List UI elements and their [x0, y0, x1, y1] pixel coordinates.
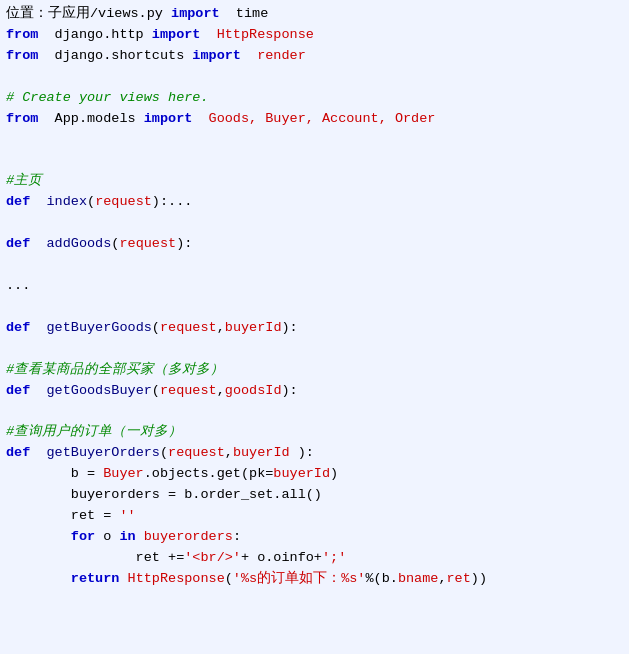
param-goodsid: goodsId	[225, 383, 282, 398]
line-b-assign: b = Buyer.objects.get(pk=buyerId)	[6, 464, 623, 485]
line-blank-1	[6, 67, 623, 88]
line-blank-2	[6, 130, 623, 151]
line-def-index: def index(request):...	[6, 192, 623, 213]
line-2: from django.shortcuts import render	[6, 46, 623, 67]
location-label: 位置：子应用/views.py	[6, 6, 163, 21]
kw-from-3: from	[6, 111, 38, 126]
line-comment-2: #主页	[6, 171, 623, 192]
keyword-import: import	[171, 6, 220, 21]
kw-for: for	[71, 529, 95, 544]
fn-index: index	[47, 194, 88, 209]
fn-getgoodsbuyer: getGoodsBuyer	[47, 383, 152, 398]
kw-import-1: import	[152, 27, 201, 42]
line-return: return HttpResponse('%s的订单如下：%s'%(b.bnam…	[6, 569, 623, 590]
str-format: '%s的订单如下：%s'	[233, 571, 366, 586]
line-buyerorders: buyerorders = b.order_set.all()	[6, 485, 623, 506]
kw-import-3: import	[144, 111, 193, 126]
comment-many-to-many: #查看某商品的全部买家（多对多）	[6, 362, 224, 377]
kw-from-1: from	[6, 27, 38, 42]
fn-addgoods: addGoods	[47, 236, 112, 251]
cls-HttpResponse: HttpResponse	[200, 27, 313, 42]
param-buyerid-1: buyerId	[225, 320, 282, 335]
line-blank-7	[6, 339, 623, 360]
line-dots: ...	[6, 276, 623, 297]
kw-in: in	[119, 529, 135, 544]
kw-def-3: def	[6, 320, 30, 335]
line-blank-8	[6, 402, 623, 423]
line-for: for o in buyerorders:	[6, 527, 623, 548]
line-3: from App.models import Goods, Buyer, Acc…	[6, 109, 623, 130]
cls-buyer: Buyer	[103, 466, 144, 481]
line-def-getgoodsbuyer: def getGoodsBuyer(request,goodsId):	[6, 381, 623, 402]
fn-getbuyergoods: getBuyerGoods	[47, 320, 152, 335]
cls-models: Goods, Buyer, Account, Order	[192, 111, 435, 126]
kw-def-4: def	[6, 383, 30, 398]
kw-def-2: def	[6, 236, 30, 251]
code-text: time	[220, 6, 269, 21]
line-def-addgoods: def addGoods(request):	[6, 234, 623, 255]
line-ret: ret = ''	[6, 506, 623, 527]
code-editor: 位置：子应用/views.py import time from django.…	[0, 0, 629, 654]
line-ret-concat: ret +='<br/>'+ o.oinfo+';'	[6, 548, 623, 569]
comment-create: # Create your views here.	[6, 90, 209, 105]
str-br: '<br/>'	[184, 550, 241, 565]
line-comment-3: #查看某商品的全部买家（多对多）	[6, 360, 623, 381]
line-blank-5	[6, 255, 623, 276]
line-blank-6	[6, 297, 623, 318]
var-buyerorders: buyerorders	[144, 529, 233, 544]
line-blank-4	[6, 213, 623, 234]
cls-render: render	[241, 48, 306, 63]
line-def-getbuyergoods: def getBuyerGoods(request,buyerId):	[6, 318, 623, 339]
var-buyerid-3: buyerId	[273, 466, 330, 481]
fn-getbuyerorders: getBuyerOrders	[47, 445, 160, 460]
kw-def-5: def	[6, 445, 30, 460]
line-comment-1: # Create your views here.	[6, 88, 623, 109]
line-comment-4: #查询用户的订单（一对多）	[6, 422, 623, 443]
param-request-4: request	[160, 383, 217, 398]
var-ret: ret	[447, 571, 471, 586]
param-request-3: request	[160, 320, 217, 335]
kw-def-1: def	[6, 194, 30, 209]
param-request-1: request	[95, 194, 152, 209]
cls-httpresponse-call: HttpResponse	[128, 571, 225, 586]
kw-from-2: from	[6, 48, 38, 63]
str-empty: ''	[119, 508, 135, 523]
attr-bname: bname	[398, 571, 439, 586]
location-line: 位置：子应用/views.py import time	[6, 4, 623, 25]
line-blank-3	[6, 150, 623, 171]
param-buyerid-2: buyerId	[233, 445, 290, 460]
line-1: from django.http import HttpResponse	[6, 25, 623, 46]
str-semicolon: ';'	[322, 550, 346, 565]
kw-return: return	[71, 571, 120, 586]
param-request-2: request	[119, 236, 176, 251]
param-request-5: request	[168, 445, 225, 460]
comment-one-to-many: #查询用户的订单（一对多）	[6, 424, 182, 439]
comment-main: #主页	[6, 173, 42, 188]
kw-import-2: import	[192, 48, 241, 63]
line-def-getbuyerorders: def getBuyerOrders(request,buyerId ):	[6, 443, 623, 464]
